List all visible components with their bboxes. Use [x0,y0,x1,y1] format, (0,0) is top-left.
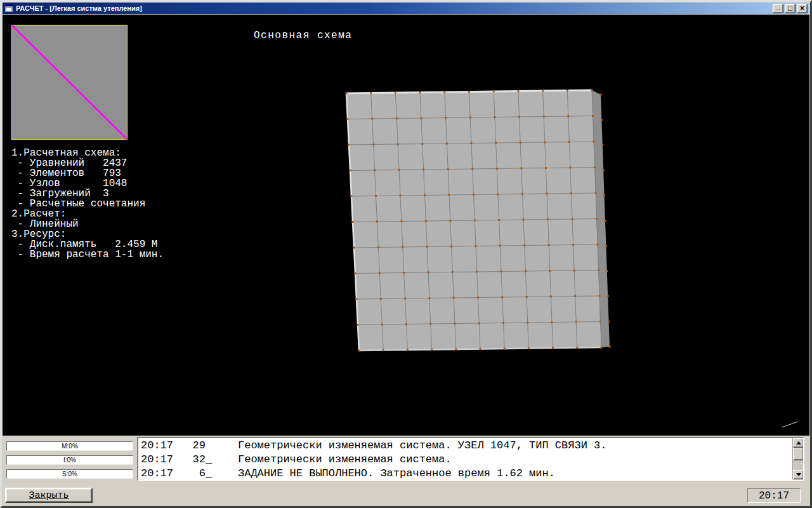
log-row[interactable]: 20:17 6_ЗАДАНИЕ НЕ ВЫПОЛНЕНО. Затраченно… [141,467,790,481]
close-dialog-button[interactable]: Закрыть [5,488,93,503]
log-number: 32_ [193,453,219,467]
clock-display: 20:17 [747,488,801,503]
log-number: 6_ [193,467,219,481]
canvas-heading: Основная схема [254,30,352,41]
log-message: ЗАДАНИЕ НЕ ВЫПОЛНЕНО. Затраченное время … [238,467,555,481]
app-icon [4,4,13,13]
scrollbar-thumb[interactable] [793,448,804,460]
log-row[interactable]: 20:1729Геометрически изменяемая система.… [141,439,790,453]
scheme-info-block: 1.Расчетная схема: - Уравнений 2437 - Эл… [11,148,164,260]
log-number: 29 [193,439,219,453]
log-message: Геометрически изменяемая система. [238,453,452,467]
model-canvas[interactable]: Основная схема 1.Расчетная схема: - Урав… [3,15,809,436]
window-title: РАСЧЕТ - [Легкая систма утепления] [16,4,142,12]
log-message: Геометрически изменяемая система. УЗЕЛ 1… [238,439,607,453]
log-box[interactable]: 20:1729Геометрически изменяемая система.… [137,437,804,481]
footer-bar: Закрыть 20:17 [3,485,809,506]
scroll-up-icon [796,439,801,444]
progress-column: M:0%I:0%S:0% [6,441,133,483]
canvas-corner-mark [782,422,798,427]
restore-icon: □ [785,5,795,12]
log-time: 20:17 [141,439,173,453]
minimize-button[interactable]: _ [773,4,783,13]
scroll-down-button[interactable] [793,470,804,479]
progress-bar-i: I:0% [6,455,133,465]
scroll-up-button[interactable] [793,438,804,448]
close-icon: × [797,5,807,12]
log-time: 20:17 [141,467,173,481]
restore-button[interactable]: □ [785,4,796,13]
title-bar[interactable]: РАСЧЕТ - [Легкая систма утепления] _ □ × [3,3,809,14]
status-panel: M:0%I:0%S:0% 20:1729Геометрически изменя… [3,436,809,485]
close-window-button[interactable]: × [797,4,808,13]
log-time: 20:17 [141,453,173,467]
scroll-down-icon [796,473,801,479]
minimize-icon: _ [773,3,783,10]
window-controls: _ □ × [773,4,808,13]
log-rows: 20:1729Геометрически изменяемая система.… [141,439,790,481]
app-window: РАСЧЕТ - [Легкая систма утепления] _ □ ×… [0,0,812,508]
progress-bar-s: S:0% [6,469,133,479]
log-row[interactable]: 20:1732_Геометрически изменяемая система… [141,453,790,467]
scheme-thumbnail[interactable] [11,25,128,140]
log-scrollbar[interactable] [792,438,803,479]
progress-bar-m: M:0% [6,441,133,451]
